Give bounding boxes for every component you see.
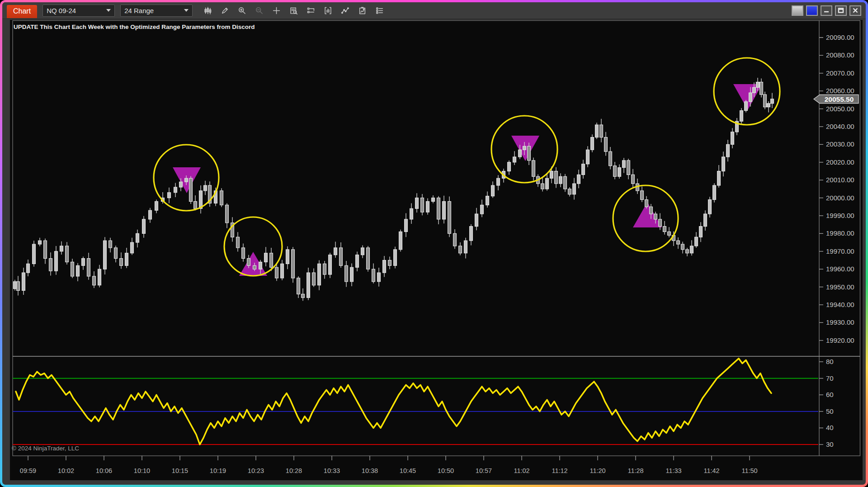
candle-body: [745, 102, 748, 111]
properties-icon[interactable]: [373, 5, 385, 16]
candle-body: [356, 255, 359, 268]
candle-body: [699, 227, 703, 237]
candle-body: [334, 248, 337, 255]
candle-body: [297, 278, 300, 294]
candle-body: [421, 198, 424, 213]
price-tick-label: 19950.00: [826, 283, 854, 291]
time-tick-label: 09:59: [20, 467, 36, 474]
candle-body: [771, 99, 774, 104]
zoom-in-icon[interactable]: [236, 5, 248, 16]
candle-body: [513, 157, 516, 162]
last-price-value: 20055.50: [825, 95, 854, 103]
alerts-icon[interactable]: [305, 5, 316, 16]
candle-body: [475, 214, 478, 227]
strategies-icon[interactable]: [356, 5, 368, 16]
price-tick-label: 20000.00: [826, 194, 854, 202]
candle-body: [519, 150, 522, 157]
candle-body: [372, 269, 375, 282]
candle-body: [60, 246, 63, 251]
candle-body: [523, 146, 526, 150]
candle-body: [82, 259, 85, 266]
candle-body: [66, 246, 69, 262]
candle-body: [55, 251, 58, 271]
candle-body: [302, 294, 305, 298]
candle-body: [753, 87, 756, 93]
candle-body: [270, 253, 273, 268]
candle-body: [98, 269, 101, 285]
candle-body: [318, 264, 321, 285]
drawing-tools-icon[interactable]: [219, 5, 231, 16]
zoom-out-icon[interactable]: [253, 5, 265, 16]
candle-body: [609, 151, 612, 166]
candle-body: [470, 227, 473, 241]
candle-body: [497, 178, 500, 185]
copyright-label: © 2024 NinjaTrader, LLC: [12, 445, 79, 452]
candle-body: [481, 205, 484, 214]
candle-body: [49, 259, 52, 271]
price-tick-label: 20040.00: [826, 123, 854, 130]
time-tick-label: 11:12: [552, 467, 567, 474]
candle-body: [555, 171, 558, 184]
instrument-link-button[interactable]: [792, 5, 803, 16]
candle-body: [695, 237, 698, 246]
time-tick-label: 10:57: [476, 467, 492, 474]
candle-body: [275, 267, 278, 278]
interval-selector[interactable]: 24 Range: [120, 5, 193, 17]
price-tick-label: 20070.00: [826, 69, 854, 77]
rsi-tick-label: 60: [826, 391, 834, 398]
maximize-button[interactable]: [835, 5, 847, 16]
chart-trader-icon[interactable]: [322, 5, 334, 16]
indicators-icon[interactable]: [339, 5, 351, 16]
candle-body: [704, 214, 707, 227]
time-tick-label: 10:10: [134, 467, 150, 474]
candle-body: [199, 191, 203, 208]
candle-body: [654, 214, 657, 219]
candle-body: [109, 241, 112, 248]
price-tick-label: 20030.00: [826, 140, 854, 148]
candle-body: [491, 185, 495, 196]
candle-body: [120, 259, 123, 266]
rsi-tick-label: 70: [826, 374, 834, 382]
bars-type-icon[interactable]: [202, 5, 213, 16]
candle-body: [613, 166, 617, 177]
candle-body: [677, 241, 680, 244]
instrument-selector[interactable]: NQ 09-24: [42, 5, 115, 17]
candle-body: [627, 161, 630, 175]
candle-body: [448, 201, 451, 233]
interval-link-button[interactable]: [806, 5, 818, 16]
candle-body: [27, 264, 30, 273]
rsi-tick-label: 30: [826, 440, 834, 448]
candle-body: [33, 244, 36, 264]
candle-body: [149, 210, 152, 219]
rsi-tick-label: 80: [826, 358, 834, 365]
candle-body: [645, 200, 648, 207]
candle-body: [367, 248, 370, 269]
time-tick-label: 11:02: [514, 467, 529, 474]
candle-body: [426, 201, 429, 212]
minimize-button[interactable]: [821, 5, 832, 16]
chart-canvas[interactable]: 20090.0020080.0020070.0020060.0020050.00…: [2, 19, 866, 485]
candle-body: [760, 82, 763, 95]
candle-body: [541, 184, 544, 189]
time-tick-label: 11:28: [627, 467, 643, 474]
candle-body: [708, 200, 712, 214]
candle-body: [668, 232, 671, 235]
candle-body: [713, 185, 716, 200]
candle-body: [22, 273, 25, 290]
close-button[interactable]: [849, 5, 861, 16]
candle-body: [399, 232, 402, 249]
candle-body: [93, 276, 96, 285]
candle-body: [361, 248, 364, 255]
candle-body: [286, 250, 289, 264]
time-tick-label: 10:45: [400, 467, 416, 474]
candle-body: [155, 201, 158, 210]
data-box-icon[interactable]: [288, 5, 299, 16]
candle-body: [663, 227, 666, 232]
candle-body: [259, 262, 262, 269]
candle-body: [125, 253, 128, 266]
crosshair-icon[interactable]: [270, 5, 282, 16]
chart-tab[interactable]: Chart: [7, 5, 37, 18]
candle-body: [220, 191, 223, 205]
price-tick-label: 20010.00: [826, 176, 854, 184]
candle-body: [443, 201, 446, 219]
